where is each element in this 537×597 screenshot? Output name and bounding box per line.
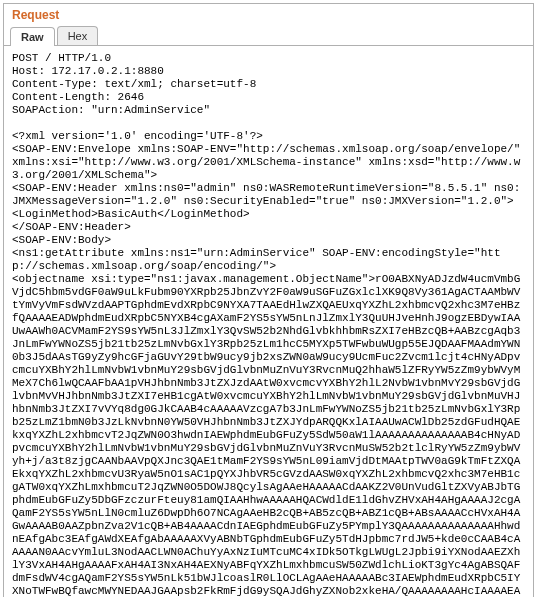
panel-title: Request [4, 4, 533, 22]
raw-request-text[interactable]: POST / HTTP/1.0 Host: 172.17.0.2.1:8880 … [12, 52, 525, 597]
tab-bar: Raw Hex [4, 22, 533, 46]
request-body-area: POST / HTTP/1.0 Host: 172.17.0.2.1:8880 … [4, 46, 533, 597]
tab-raw[interactable]: Raw [10, 27, 55, 46]
request-panel: Request Raw Hex POST / HTTP/1.0 Host: 17… [3, 3, 534, 597]
tab-hex[interactable]: Hex [57, 26, 99, 45]
